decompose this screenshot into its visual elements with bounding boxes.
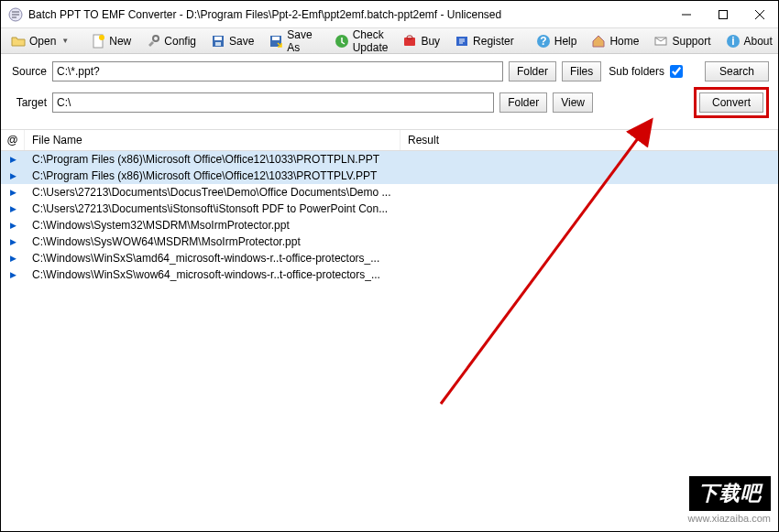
table-row[interactable]: ▶C:\Program Files (x86)\Microsoft Office… bbox=[1, 151, 778, 168]
support-icon bbox=[653, 34, 668, 49]
minimize-button[interactable] bbox=[668, 1, 705, 27]
table-row[interactable]: ▶C:\Windows\WinSxS\amd64_microsoft-windo… bbox=[1, 250, 778, 266]
about-button[interactable]: i About bbox=[719, 31, 779, 51]
new-icon bbox=[91, 34, 105, 49]
window-title: Batch PPT TO EMF Converter - D:\Program … bbox=[28, 8, 668, 21]
target-view-button[interactable]: View bbox=[553, 92, 593, 113]
buy-button[interactable]: Buy bbox=[396, 31, 446, 51]
about-icon: i bbox=[726, 34, 741, 49]
about-label: About bbox=[744, 35, 773, 48]
help-button[interactable]: ? Help bbox=[530, 31, 584, 51]
config-icon bbox=[146, 34, 160, 49]
save-button[interactable]: Save bbox=[204, 31, 260, 51]
play-icon: ▶ bbox=[1, 171, 25, 180]
play-icon: ▶ bbox=[1, 221, 25, 230]
target-label: Target bbox=[10, 96, 47, 109]
file-name-cell: C:\Windows\WinSxS\wow64_microsoft-window… bbox=[25, 268, 400, 281]
source-folder-button[interactable]: Folder bbox=[509, 61, 556, 81]
svg-rect-12 bbox=[272, 37, 280, 40]
col-header-at[interactable]: @ bbox=[1, 130, 25, 150]
chevron-down-icon: ▼ bbox=[61, 37, 69, 45]
save-as-button[interactable]: Save As bbox=[262, 26, 318, 57]
svg-rect-2 bbox=[719, 10, 728, 18]
save-as-icon bbox=[269, 34, 283, 49]
list-body: ▶C:\Program Files (x86)\Microsoft Office… bbox=[1, 151, 778, 283]
convert-highlight: Convert bbox=[694, 87, 769, 118]
svg-rect-9 bbox=[214, 37, 222, 40]
open-button[interactable]: Open ▼ bbox=[5, 31, 75, 51]
new-label: New bbox=[109, 35, 131, 48]
source-files-button[interactable]: Files bbox=[562, 61, 601, 81]
target-folder-button[interactable]: Folder bbox=[499, 92, 547, 113]
list-header: @ File Name Result bbox=[1, 129, 778, 151]
file-name-cell: C:\Windows\SysWOW64\MSDRM\MsoIrmProtecto… bbox=[25, 235, 400, 248]
file-name-cell: C:\Users\27213\Documents\DocusTree\Demo\… bbox=[25, 186, 400, 199]
svg-rect-10 bbox=[215, 42, 221, 46]
file-name-cell: C:\Users\27213\Documents\iStonsoft\iSton… bbox=[25, 202, 400, 215]
table-row[interactable]: ▶C:\Windows\SysWOW64\MSDRM\MsoIrmProtect… bbox=[1, 233, 778, 250]
register-icon bbox=[455, 34, 469, 49]
play-icon: ▶ bbox=[1, 270, 25, 279]
home-label: Home bbox=[609, 35, 639, 48]
watermark: 下载吧 www.xiazaiba.com bbox=[688, 476, 771, 524]
buy-label: Buy bbox=[421, 35, 440, 48]
open-icon bbox=[11, 34, 26, 49]
support-label: Support bbox=[672, 35, 710, 48]
target-row: Target Folder View Convert bbox=[10, 87, 769, 118]
col-header-filename[interactable]: File Name bbox=[25, 130, 400, 150]
svg-rect-14 bbox=[404, 38, 415, 46]
play-icon: ▶ bbox=[1, 254, 25, 263]
table-row[interactable]: ▶C:\Program Files (x86)\Microsoft Office… bbox=[1, 168, 778, 184]
search-button[interactable]: Search bbox=[705, 61, 769, 81]
table-row[interactable]: ▶C:\Windows\WinSxS\wow64_microsoft-windo… bbox=[1, 266, 778, 283]
convert-button[interactable]: Convert bbox=[699, 92, 763, 113]
help-icon: ? bbox=[536, 34, 551, 49]
table-row[interactable]: ▶C:\Users\27213\Documents\iStonsoft\iSto… bbox=[1, 201, 778, 217]
file-name-cell: C:\Program Files (x86)\Microsoft Office\… bbox=[25, 153, 400, 166]
register-button[interactable]: Register bbox=[448, 31, 521, 51]
save-label: Save bbox=[229, 35, 254, 48]
toolbar: Open ▼ New Config Save Save As Check Upd… bbox=[1, 28, 778, 54]
new-button[interactable]: New bbox=[84, 31, 137, 51]
config-label: Config bbox=[164, 35, 196, 48]
help-label: Help bbox=[554, 35, 577, 48]
play-icon: ▶ bbox=[1, 204, 25, 213]
source-input[interactable] bbox=[52, 61, 503, 81]
home-button[interactable]: Home bbox=[585, 31, 645, 51]
config-button[interactable]: Config bbox=[139, 31, 203, 51]
source-label: Source bbox=[10, 65, 47, 78]
file-name-cell: C:\Windows\System32\MSDRM\MsoIrmProtecto… bbox=[25, 219, 400, 232]
play-icon: ▶ bbox=[1, 188, 25, 197]
svg-text:?: ? bbox=[540, 35, 546, 48]
table-row[interactable]: ▶C:\Users\27213\Documents\DocusTree\Demo… bbox=[1, 184, 778, 201]
sub-folders-checkbox[interactable] bbox=[670, 65, 683, 78]
form-area: Source Folder Files Sub folders Search T… bbox=[1, 54, 778, 129]
watermark-url: www.xiazaiba.com bbox=[688, 513, 771, 524]
buy-icon bbox=[402, 34, 417, 49]
check-update-button[interactable]: Check Update bbox=[328, 26, 395, 57]
app-icon bbox=[8, 7, 23, 22]
table-row[interactable]: ▶C:\Windows\System32\MSDRM\MsoIrmProtect… bbox=[1, 217, 778, 233]
file-name-cell: C:\Program Files (x86)\Microsoft Office\… bbox=[25, 169, 400, 182]
col-header-result[interactable]: Result bbox=[400, 130, 778, 150]
source-row: Source Folder Files Sub folders Search bbox=[10, 61, 769, 81]
check-update-icon bbox=[335, 34, 349, 49]
window-buttons bbox=[668, 1, 778, 27]
titlebar: Batch PPT TO EMF Converter - D:\Program … bbox=[1, 1, 778, 28]
svg-point-6 bbox=[99, 35, 104, 40]
close-button[interactable] bbox=[741, 1, 778, 27]
home-icon bbox=[591, 34, 606, 49]
svg-point-7 bbox=[153, 36, 159, 41]
check-update-label: Check Update bbox=[353, 28, 389, 54]
play-icon: ▶ bbox=[1, 237, 25, 246]
svg-text:i: i bbox=[731, 35, 734, 48]
watermark-text: 下载吧 bbox=[689, 476, 771, 511]
maximize-button[interactable] bbox=[705, 1, 741, 27]
sub-folders-label: Sub folders bbox=[609, 65, 664, 78]
save-icon bbox=[211, 34, 225, 49]
register-label: Register bbox=[473, 35, 514, 48]
target-input[interactable] bbox=[52, 92, 494, 113]
support-button[interactable]: Support bbox=[647, 31, 717, 51]
play-icon: ▶ bbox=[1, 155, 25, 164]
open-label: Open bbox=[29, 35, 56, 48]
